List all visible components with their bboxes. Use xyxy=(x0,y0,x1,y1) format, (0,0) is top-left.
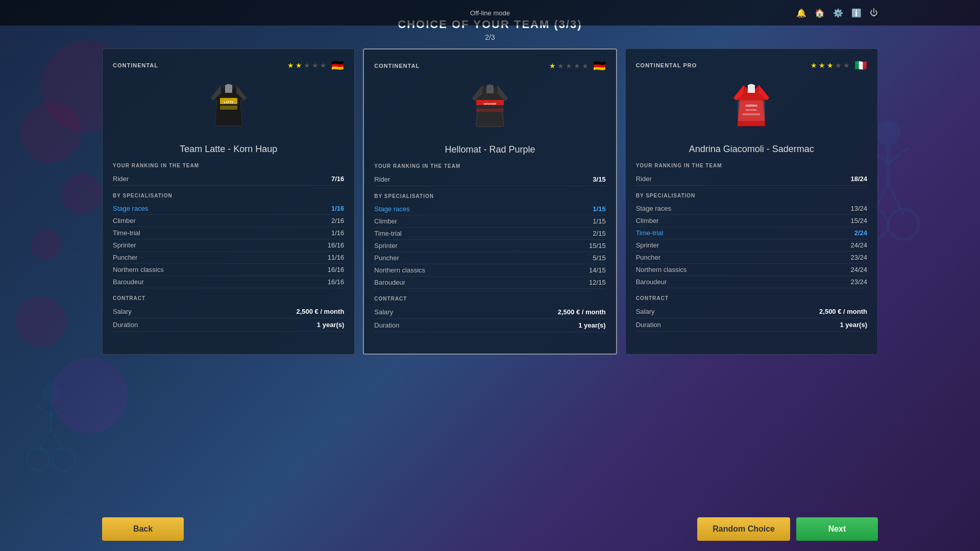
rider-row-3: Rider 18/24 xyxy=(636,172,867,186)
home-icon[interactable]: 🏠 xyxy=(815,8,825,18)
team-name-3: Andrina Giacomoli - Sadermac xyxy=(636,144,867,155)
spec-value-3-2: 15/24 xyxy=(850,217,867,224)
svg-rect-18 xyxy=(220,106,237,110)
spec-label-1-7: Baroudeur xyxy=(113,278,144,286)
ranking-section-2: YOUR RANKING IN THE TEAM xyxy=(374,163,605,169)
spec-row-1-3: Time-trial 1/16 xyxy=(113,227,344,239)
salary-row-1: Salary 2,500 € / month xyxy=(113,305,344,318)
rider-row-2: Rider 3/15 xyxy=(374,173,605,186)
star-2-2: ★ xyxy=(557,62,564,70)
spec-value-1-7: 16/16 xyxy=(328,278,345,286)
rider-value-1: 7/16 xyxy=(331,175,344,183)
bell-icon[interactable]: 🔔 xyxy=(796,8,806,18)
spec-row-1-6: Northern classics 16/16 xyxy=(113,264,344,276)
stars-3: ★ ★ ★ ★ ★ 🇮🇹 xyxy=(811,59,867,71)
salary-row-2: Salary 2,500 € / month xyxy=(374,306,605,319)
settings-icon[interactable]: ⚙️ xyxy=(833,8,843,18)
card-header-2: CONTINENTAL ★ ★ ★ ★ ★ 🇩🇪 xyxy=(374,60,605,72)
spec-value-2-5: 5/15 xyxy=(593,254,605,262)
spec-row-2-1: Stage races 1/15 xyxy=(374,203,605,215)
spec-section-3: BY SPECIALISATION xyxy=(636,193,867,198)
star-2-4: ★ xyxy=(574,62,580,70)
spec-value-2-1: 1/15 xyxy=(593,205,605,213)
salary-value-2: 2,500 € / month xyxy=(558,308,606,316)
rider-value-2: 3/15 xyxy=(593,176,605,183)
spec-label-2-6: Northern classics xyxy=(374,266,425,274)
star-3-3: ★ xyxy=(827,61,834,69)
duration-value-1: 1 year(s) xyxy=(317,321,344,329)
star-2-3: ★ xyxy=(566,62,572,70)
card-header-3: CONTINENTAL PRO ★ ★ ★ ★ ★ 🇮🇹 xyxy=(636,59,867,71)
rider-value-3: 18/24 xyxy=(850,175,867,183)
power-icon[interactable]: ⏻ xyxy=(870,8,878,17)
jersey-2: rad-purple xyxy=(467,81,513,137)
star-3-4: ★ xyxy=(835,61,842,69)
team-name-1: Team Latte - Korn Haup xyxy=(113,144,344,155)
spec-row-1-5: Puncher 11/16 xyxy=(113,252,344,264)
salary-value-3: 2,500 € / month xyxy=(819,308,867,315)
rider-row-1: Rider 7/16 xyxy=(113,172,344,186)
spec-row-1-2: Climber 2/16 xyxy=(113,215,344,227)
spec-label-2-3: Time-trial xyxy=(374,230,402,237)
spec-value-3-4: 24/24 xyxy=(850,241,867,249)
random-choice-button[interactable]: Random Choice xyxy=(697,517,790,541)
spec-label-3-3: Time-trial xyxy=(636,229,664,237)
topbar-icons: 🔔 🏠 ⚙️ ℹ️ ⏻ xyxy=(796,8,878,18)
duration-row-1: Duration 1 year(s) xyxy=(113,318,344,332)
flag-2: 🇩🇪 xyxy=(593,60,606,72)
star-1-2: ★ xyxy=(296,61,302,69)
spec-value-3-7: 23/24 xyxy=(850,278,867,286)
topbar: Off-line mode 🔔 🏠 ⚙️ ℹ️ ⏻ xyxy=(0,0,980,26)
spec-label-3-4: Sprinter xyxy=(636,241,659,249)
ranking-section-3: YOUR RANKING IN THE TEAM xyxy=(636,163,867,168)
spec-section-2: BY SPECIALISATION xyxy=(374,193,605,199)
spec-value-1-1: 1/16 xyxy=(331,205,344,212)
spec-label-1-4: Sprinter xyxy=(113,241,136,249)
team-name-2: Hellomat - Rad Purple xyxy=(374,144,605,155)
spec-row-2-2: Climber 1/15 xyxy=(374,215,605,228)
salary-row-3: Salary 2,500 € / month xyxy=(636,305,867,318)
spec-row-2-7: Baroudeur 12/15 xyxy=(374,277,605,289)
info-icon[interactable]: ℹ️ xyxy=(851,8,862,18)
star-2-5: ★ xyxy=(582,62,589,70)
spec-row-1-1: Stage races 1/16 xyxy=(113,203,344,215)
spec-row-2-3: Time-trial 2/15 xyxy=(374,228,605,240)
jersey-container-1: LATTE xyxy=(113,78,344,139)
spec-label-3-1: Stage races xyxy=(636,205,671,212)
spec-label-1-2: Climber xyxy=(113,217,136,224)
spec-row-3-4: Sprinter 24/24 xyxy=(636,239,867,252)
team-card-3[interactable]: CONTINENTAL PRO ★ ★ ★ ★ ★ 🇮🇹 ANDRINA SAD… xyxy=(625,48,878,355)
team-card-2[interactable]: CONTINENTAL ★ ★ ★ ★ ★ 🇩🇪 rad-purple xyxy=(363,48,617,355)
next-button[interactable]: Next xyxy=(796,517,878,541)
spec-row-3-1: Stage races 13/24 xyxy=(636,203,867,215)
duration-row-3: Duration 1 year(s) xyxy=(636,318,867,332)
spec-value-3-3: 2/24 xyxy=(854,229,867,237)
contract-section-3: CONTRACT xyxy=(636,295,867,301)
spec-value-1-6: 16/16 xyxy=(328,266,345,273)
spec-value-1-3: 1/16 xyxy=(331,229,344,237)
salary-label-2: Salary xyxy=(374,308,393,316)
spec-value-3-5: 23/24 xyxy=(850,254,867,261)
team-card-1[interactable]: CONTINENTAL ★ ★ ★ ★ ★ 🇩🇪 LATTE Tea xyxy=(102,48,355,355)
spec-section-1: BY SPECIALISATION xyxy=(113,193,344,198)
svg-rect-21 xyxy=(476,109,504,112)
star-1-4: ★ xyxy=(312,61,318,69)
duration-label-1: Duration xyxy=(113,321,138,329)
offline-mode-label: Off-line mode xyxy=(470,9,510,17)
spec-value-1-2: 2/16 xyxy=(331,217,344,224)
ranking-section-1: YOUR RANKING IN THE TEAM xyxy=(113,163,344,168)
rider-label-3: Rider xyxy=(636,175,652,183)
stars-1: ★ ★ ★ ★ ★ 🇩🇪 xyxy=(287,59,344,71)
salary-label-3: Salary xyxy=(636,308,655,315)
duration-value-3: 1 year(s) xyxy=(840,321,867,329)
spec-row-3-3: Time-trial 2/24 xyxy=(636,227,867,239)
back-button[interactable]: Back xyxy=(102,517,184,541)
rider-label-1: Rider xyxy=(113,175,129,183)
spec-label-2-7: Baroudeur xyxy=(374,279,405,286)
star-3-1: ★ xyxy=(811,61,817,69)
spec-row-2-6: Northern classics 14/15 xyxy=(374,264,605,277)
salary-value-1: 2,500 € / month xyxy=(296,308,344,315)
svg-line-10 xyxy=(36,406,51,416)
spec-label-3-6: Northern classics xyxy=(636,266,687,273)
spec-row-2-5: Puncher 5/15 xyxy=(374,252,605,264)
